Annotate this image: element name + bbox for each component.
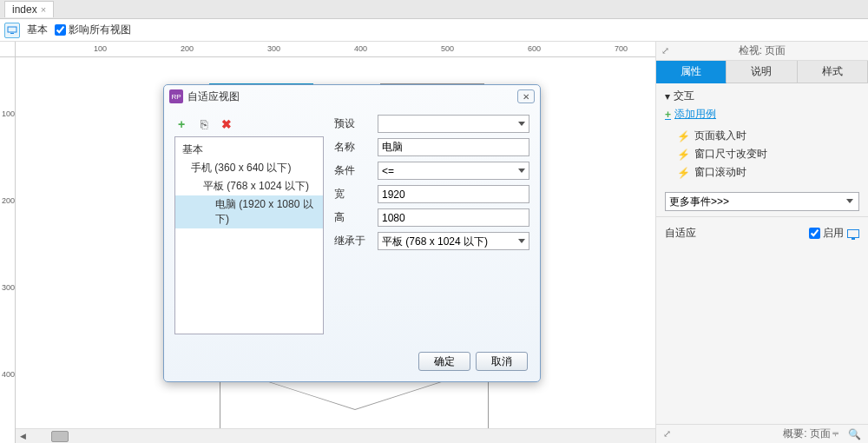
inherit-select[interactable]: 平板 (768 x 1024 以下) <box>378 232 529 250</box>
interactions-header[interactable]: ▾交互 <box>665 89 859 103</box>
width-label: 宽 <box>334 187 378 202</box>
cancel-button[interactable]: 取消 <box>476 352 528 371</box>
condition-select[interactable]: <= <box>378 162 529 180</box>
pin-icon[interactable]: ⤢ <box>663 428 671 440</box>
interactions-section: ▾交互 +添加用例 ⚡页面载入时 ⚡窗口尺寸改变时 ⚡窗口滚动时 <box>656 83 868 187</box>
svg-rect-0 <box>8 27 16 32</box>
name-label: 名称 <box>334 140 378 155</box>
scrollbar-thumb[interactable] <box>51 431 69 442</box>
adaptive-row: 自适应 启用 <box>656 216 868 249</box>
width-input[interactable] <box>378 185 529 203</box>
affect-all-views-checkbox[interactable]: 影响所有视图 <box>55 23 131 37</box>
search-icon[interactable]: 🔍 <box>848 428 861 440</box>
views-tree[interactable]: 基本 手机 (360 x 640 以下) 平板 (768 x 1024 以下) … <box>174 136 324 334</box>
more-events-select[interactable]: 更多事件>>> <box>665 192 859 211</box>
lightning-icon: ⚡ <box>677 149 689 161</box>
inspector-panel: ⤢ 检视: 页面 属性 说明 样式 ▾交互 +添加用例 ⚡页面载入时 ⚡窗口尺寸… <box>655 42 868 443</box>
document-tab-bar: index × <box>0 0 868 19</box>
tree-item-desktop[interactable]: 电脑 (1920 x 1080 以下) <box>175 195 323 228</box>
duplicate-view-button[interactable]: ⎘ <box>197 117 211 131</box>
dialog-footer: 确定 取消 <box>164 345 540 381</box>
condition-label: 条件 <box>334 163 378 178</box>
add-view-button[interactable]: + <box>174 117 188 131</box>
add-case-link[interactable]: +添加用例 <box>665 107 859 122</box>
outline-title: 概要: 页面 <box>783 426 831 441</box>
tree-item-tablet[interactable]: 平板 (768 x 1024 以下) <box>175 177 323 195</box>
event-window-resize[interactable]: ⚡窗口尺寸改变时 <box>665 145 859 163</box>
delete-view-button[interactable]: ✖ <box>220 117 233 131</box>
view-label[interactable]: 基本 <box>27 23 48 37</box>
more-events-row: 更多事件>>> <box>656 187 868 216</box>
dialog-close-button[interactable]: ✕ <box>517 89 535 103</box>
view-form: 预设 名称 条件 <= 宽 高 继承于 平板 (768 x 1024 以下) <box>334 115 529 334</box>
preset-label: 预设 <box>334 116 378 131</box>
adaptive-views-dialog: RP 自适应视图 ✕ + ⎘ ✖ 基本 手机 (360 x 640 以下) 平板… <box>163 84 541 382</box>
lightning-icon: ⚡ <box>677 167 689 179</box>
ruler-vertical: 100 200 300 400 <box>0 57 16 443</box>
inspector-tabs: 属性 说明 样式 <box>656 61 868 83</box>
inspector-header: ⤢ 检视: 页面 <box>656 42 868 61</box>
height-label: 高 <box>334 210 378 225</box>
pin-icon[interactable]: ⤢ <box>661 45 669 56</box>
inspector-title: 检视: 页面 <box>739 43 786 58</box>
tree-toolbar: + ⎘ ✖ <box>174 115 324 136</box>
view-toolbar: 基本 影响所有视图 <box>0 19 868 42</box>
affect-all-views-input[interactable] <box>55 24 66 36</box>
event-window-scroll[interactable]: ⚡窗口滚动时 <box>665 163 859 182</box>
enable-checkbox[interactable]: 启用 <box>809 226 844 241</box>
affect-all-views-label: 影响所有视图 <box>69 23 131 37</box>
lightning-icon: ⚡ <box>677 130 689 142</box>
tab-notes[interactable]: 说明 <box>727 61 797 83</box>
tree-item-phone[interactable]: 手机 (360 x 640 以下) <box>175 159 323 177</box>
enable-input[interactable] <box>809 228 820 239</box>
ruler-horizontal: 100 200 300 400 500 600 700 800 <box>16 42 655 57</box>
svg-rect-1 <box>10 33 14 34</box>
height-input[interactable] <box>378 208 529 227</box>
horizontal-scrollbar[interactable]: ◀ <box>16 428 655 443</box>
document-tab[interactable]: index × <box>4 1 54 17</box>
device-view-icon[interactable] <box>4 23 20 38</box>
inherit-label: 继承于 <box>334 234 378 248</box>
tab-label: index <box>12 3 37 16</box>
tab-close-icon[interactable]: × <box>41 4 46 15</box>
tab-style[interactable]: 样式 <box>798 61 868 83</box>
outline-footer: ⤢ 概要: 页面 ⫧ 🔍 <box>656 424 868 443</box>
preset-select[interactable] <box>378 115 529 133</box>
views-tree-panel: + ⎘ ✖ 基本 手机 (360 x 640 以下) 平板 (768 x 102… <box>174 115 324 334</box>
event-page-load[interactable]: ⚡页面载入时 <box>665 127 859 145</box>
tab-properties[interactable]: 属性 <box>656 61 727 83</box>
dialog-titlebar[interactable]: RP 自适应视图 ✕ <box>164 85 540 108</box>
filter-icon[interactable]: ⫧ <box>831 428 841 440</box>
device-icon[interactable] <box>847 229 859 238</box>
scroll-left-icon[interactable]: ◀ <box>16 429 30 443</box>
dialog-title-text: 自适应视图 <box>187 89 240 104</box>
tree-root[interactable]: 基本 <box>175 141 323 159</box>
name-input[interactable] <box>378 138 529 156</box>
adaptive-label: 自适应 <box>665 226 696 241</box>
app-icon: RP <box>169 89 183 103</box>
ok-button[interactable]: 确定 <box>418 352 470 371</box>
ruler-corner <box>0 42 16 57</box>
plus-icon: + <box>665 109 671 121</box>
